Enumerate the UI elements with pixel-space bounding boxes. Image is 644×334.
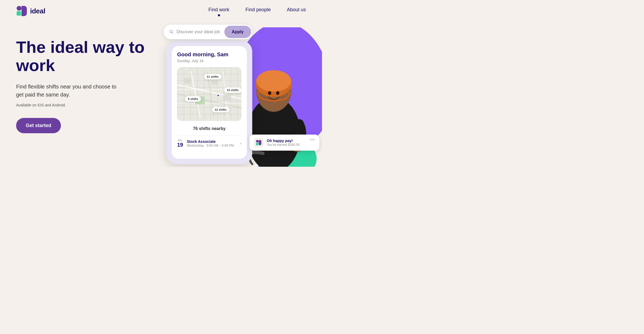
right-content: Discover your ideal job Apply Good morni… [150, 27, 306, 167]
apply-button[interactable]: Apply [224, 26, 251, 38]
logo-text: ideal [30, 7, 45, 15]
map-label-4: 12 shifts [212, 107, 229, 112]
phone-date: Sunday, July 16 [177, 59, 241, 63]
nav-find-work[interactable]: Find work [208, 7, 229, 16]
search-placeholder: Discover your ideal job [177, 29, 224, 34]
logo[interactable]: ideal [16, 5, 45, 17]
notif-title: Oh happy pay! [267, 139, 300, 143]
shifts-nearby: 76 shifts nearby [177, 126, 241, 131]
hero-subtitle: Find flexible shifts near you and choose… [16, 83, 123, 99]
job-time: Wednesday · 9:00 AM – 5:00 PM [187, 144, 240, 147]
nav-about-us[interactable]: About us [287, 7, 306, 13]
job-day: 19 [177, 142, 183, 148]
map-label-1: 11 shifts [204, 74, 221, 79]
job-date: Jul 19 [177, 139, 183, 148]
notif-text: Oh happy pay! You've earned $160.50 [267, 139, 300, 147]
notif-subtitle: You've earned $160.50 [267, 143, 300, 147]
search-bar: Discover your ideal job Apply [164, 25, 252, 39]
map-area: 11 shifts 14 shifts 8 shifts 12 shifts [177, 67, 241, 121]
nav-active-dot [218, 14, 220, 16]
svg-line-5 [172, 32, 173, 34]
svg-rect-27 [256, 143, 258, 145]
search-icon [169, 29, 174, 34]
phone-mockup: Good morning, Sam Sunday, July 16 [166, 41, 252, 164]
notif-time: now [310, 138, 315, 141]
svg-point-26 [256, 140, 259, 143]
main-nav: Find work Find people About us [208, 6, 306, 16]
map-location-dot [217, 94, 219, 97]
hero-section: The ideal way to work Find flexible shif… [16, 27, 150, 167]
nav-find-work-label[interactable]: Find work [208, 7, 229, 13]
map-label-2: 14 shifts [224, 87, 241, 93]
svg-point-21 [268, 91, 271, 95]
svg-rect-3 [21, 6, 25, 16]
nav-find-people[interactable]: Find people [246, 7, 271, 13]
nav-find-people-label[interactable]: Find people [246, 7, 271, 13]
phone-inner: Good morning, Sam Sunday, July 16 [172, 46, 247, 159]
job-row[interactable]: Jul 19 Stock Associate Wednesday · 9:00 … [177, 135, 241, 151]
svg-point-0 [17, 6, 21, 11]
svg-rect-14 [184, 78, 191, 84]
notification-card: Oh happy pay! You've earned $160.50 now [250, 135, 319, 151]
search-input-area[interactable]: Discover your ideal job [169, 29, 224, 34]
svg-point-22 [276, 91, 279, 95]
map-label-3: 8 shifts [185, 96, 201, 102]
job-info: Stock Associate Wednesday · 9:00 AM – 5:… [187, 139, 240, 147]
notif-logo-icon [255, 139, 262, 146]
logo-icon [16, 5, 27, 17]
job-title: Stock Associate [187, 139, 240, 144]
notif-icon [254, 138, 264, 147]
svg-rect-15 [212, 80, 217, 85]
svg-point-20 [256, 70, 291, 92]
svg-rect-16 [223, 94, 231, 101]
job-arrow-icon[interactable]: › [240, 141, 241, 146]
phone-greeting: Good morning, Sam [177, 51, 241, 58]
hero-title: The ideal way to work [16, 38, 150, 75]
svg-rect-28 [259, 140, 261, 145]
main-content: The ideal way to work Find flexible shif… [0, 17, 322, 167]
job-month: Jul [177, 139, 183, 142]
svg-rect-1 [17, 11, 21, 16]
get-started-button[interactable]: Get started [16, 118, 61, 133]
header: ideal Find work Find people About us [0, 0, 322, 17]
nav-about-us-label[interactable]: About us [287, 7, 306, 13]
svg-line-8 [191, 71, 200, 117]
available-text: Available on iOS and Android. [16, 103, 150, 107]
